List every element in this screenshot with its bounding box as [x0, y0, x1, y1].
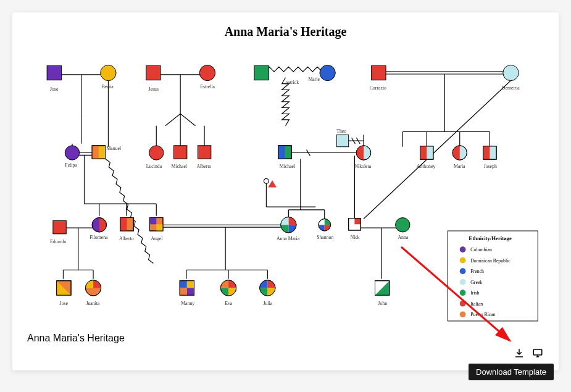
svg-text:Anna: Anna: [398, 235, 408, 240]
svg-point-73: [396, 218, 410, 232]
svg-text:Felipa: Felipa: [65, 162, 77, 168]
svg-text:Puerto Rican: Puerto Rican: [470, 312, 495, 317]
monitor-icon: [532, 348, 543, 359]
svg-point-107: [460, 311, 466, 317]
svg-point-15: [503, 65, 519, 80]
svg-rect-5: [146, 65, 160, 80]
svg-text:Eduardo: Eduardo: [50, 239, 66, 244]
svg-text:Jesus: Jesus: [149, 86, 159, 92]
svg-rect-1: [47, 65, 61, 80]
svg-rect-110: [533, 349, 542, 355]
legend: Ethnicity/Heritage Colombian Dominican R…: [448, 231, 538, 321]
svg-rect-27: [198, 146, 210, 159]
svg-text:Julia: Julia: [263, 301, 272, 306]
svg-text:Jose: Jose: [60, 301, 69, 306]
svg-rect-30: [278, 146, 285, 159]
template-card: Anna Maria's Heritage: [12, 12, 559, 370]
svg-point-105: [460, 301, 466, 307]
svg-point-103: [460, 290, 466, 296]
card-caption: Anna Maria's Heritage: [27, 333, 544, 344]
svg-text:Currazio: Currazio: [370, 85, 386, 91]
svg-rect-59: [150, 218, 157, 225]
svg-point-99: [460, 268, 466, 274]
svg-point-0: [264, 178, 269, 183]
svg-rect-33: [336, 135, 348, 146]
svg-text:John: John: [378, 301, 387, 306]
svg-text:Lucinda: Lucinda: [146, 164, 162, 169]
svg-rect-70: [354, 219, 361, 225]
svg-text:Italian: Italian: [470, 301, 483, 307]
svg-text:Ethnicity/Heritage: Ethnicity/Heritage: [469, 235, 512, 241]
svg-rect-13: [372, 65, 386, 80]
svg-text:Dominican Republic: Dominican Republic: [470, 258, 511, 264]
svg-text:Greek: Greek: [470, 280, 482, 285]
svg-rect-93: [448, 231, 538, 321]
svg-text:Colombian: Colombian: [470, 247, 492, 252]
svg-text:Nikoleta: Nikoleta: [354, 164, 371, 169]
svg-point-95: [460, 246, 466, 252]
download-tooltip: Download Template: [469, 364, 554, 380]
svg-point-17: [65, 146, 79, 160]
svg-text:Michael: Michael: [280, 164, 295, 169]
svg-rect-60: [156, 224, 163, 231]
svg-rect-46: [483, 146, 490, 159]
svg-text:Manny: Manny: [181, 301, 194, 306]
svg-text:Maria: Maria: [454, 164, 465, 169]
download-icon: [514, 348, 525, 359]
svg-text:Joseph: Joseph: [484, 164, 497, 169]
svg-text:Irish: Irish: [470, 290, 479, 296]
svg-text:Michael: Michael: [172, 164, 187, 169]
chart-title: Anna Maria's Heritage: [27, 25, 544, 39]
svg-text:Marie: Marie: [308, 77, 320, 82]
svg-text:Anna Maria: Anna Maria: [277, 236, 300, 241]
svg-text:Manuel: Manuel: [106, 146, 121, 151]
svg-text:Alberto: Alberto: [119, 236, 134, 241]
svg-text:Demetria: Demetria: [502, 85, 520, 91]
svg-point-3: [101, 65, 116, 80]
card-actions: [513, 347, 544, 359]
svg-text:Estrella: Estrella: [200, 84, 215, 90]
connectors: [54, 67, 513, 279]
svg-rect-49: [53, 220, 66, 233]
svg-text:Juanita: Juanita: [86, 301, 100, 306]
svg-text:Angel: Angel: [151, 236, 162, 241]
svg-text:Filomena: Filomena: [90, 235, 108, 240]
genogram-svg: Jose Berita Jesus Estrella patrick Marie…: [27, 44, 544, 328]
svg-point-23: [149, 146, 164, 160]
svg-text:Jose: Jose: [50, 86, 59, 92]
genogram: Jose Berita Jesus Estrella patrick Marie…: [27, 44, 544, 328]
svg-text:Theo: Theo: [336, 128, 346, 134]
svg-rect-55: [120, 218, 127, 231]
svg-text:Eva: Eva: [225, 301, 233, 306]
svg-point-7: [199, 65, 215, 80]
svg-text:Nick: Nick: [351, 235, 360, 240]
svg-text:Berita: Berita: [102, 84, 114, 90]
svg-text:patrick: patrick: [285, 80, 299, 85]
download-button[interactable]: [513, 347, 525, 359]
svg-text:Anthoney: Anthoney: [417, 164, 436, 169]
svg-text:French: French: [470, 269, 484, 274]
svg-point-97: [460, 257, 466, 264]
svg-rect-20: [92, 146, 99, 159]
svg-point-11: [320, 65, 335, 80]
svg-text:Shannon: Shannon: [317, 235, 333, 240]
svg-rect-25: [173, 146, 186, 159]
svg-rect-39: [420, 146, 427, 159]
svg-point-101: [460, 279, 466, 285]
open-in-app-button[interactable]: [531, 347, 544, 359]
svg-text:Alberto: Alberto: [196, 164, 211, 169]
svg-rect-9: [254, 65, 269, 80]
